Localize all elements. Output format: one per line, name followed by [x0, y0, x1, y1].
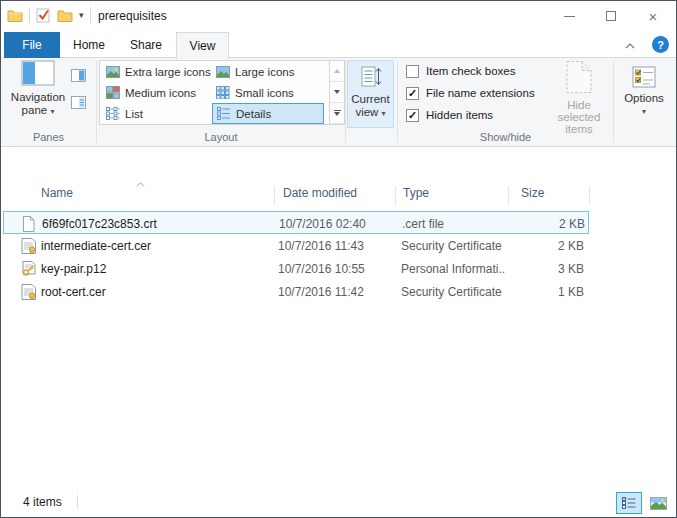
quick-access-toolbar: ▾ — [7, 7, 91, 23]
explorer-folder-icon — [7, 9, 23, 22]
layout-item-label: Details — [236, 108, 271, 120]
column-divider[interactable] — [395, 186, 396, 205]
checkbox-label: Item check boxes — [426, 65, 515, 77]
close-button[interactable]: × — [632, 1, 674, 31]
extra-large-icons-icon — [106, 66, 120, 78]
column-divider[interactable] — [274, 186, 275, 205]
layout-details[interactable]: Details — [212, 103, 324, 124]
tab-share[interactable]: Share — [119, 32, 173, 58]
thumbnails-view-icon — [650, 497, 667, 510]
checkbox-checked-icon: ✓ — [406, 87, 419, 100]
file-date: 10/7/2016 02:40 — [279, 212, 394, 235]
title-bar: ▾ prerequisites × — [1, 1, 676, 32]
layout-list[interactable]: List — [102, 103, 143, 124]
collapse-ribbon-button[interactable] — [621, 37, 639, 55]
address-bar: ← → ↑ › connect ssl › prerequisites ▾ ↻ … — [1, 147, 676, 182]
hide-selected-items-icon — [565, 60, 593, 94]
chevron-down-icon: ▾ — [642, 107, 646, 116]
thumbnails-view-toggle[interactable] — [645, 492, 671, 514]
column-header-size[interactable]: Size — [521, 186, 544, 200]
large-icons-icon — [216, 66, 230, 78]
checkbox-unchecked-icon — [406, 65, 419, 78]
current-view-button[interactable]: Current view ▾ — [347, 60, 394, 128]
divider — [29, 7, 30, 23]
layout-large-icons[interactable]: Large icons — [212, 61, 294, 82]
tab-file[interactable]: File — [4, 32, 60, 58]
layout-item-label: Extra large icons — [125, 66, 211, 78]
help-icon: ? — [657, 39, 664, 51]
file-size: 2 KB — [499, 212, 585, 235]
file-row-root-cert[interactable]: root-cert.cer 10/7/2016 11:42 Security C… — [3, 280, 589, 303]
ribbon-view-tab-content: Navigation pane ▾ Panes Extra large icon… — [1, 58, 676, 147]
navigation-pane-button[interactable]: Navigation pane ▾ — [7, 60, 69, 142]
file-row-crt[interactable]: 6f69fc017c23c853.crt 10/7/2016 02:40 .ce… — [3, 211, 589, 234]
column-header-name[interactable]: Name — [41, 186, 73, 200]
divider — [90, 7, 91, 23]
gallery-scroll-down-button[interactable] — [330, 82, 344, 103]
window-title: prerequisites — [98, 9, 167, 23]
hide-selected-items-button-disabled[interactable]: Hide selected items — [547, 60, 611, 142]
layout-small-icons[interactable]: Small icons — [212, 82, 294, 103]
details-view-toggle-active[interactable] — [616, 492, 642, 514]
triangle-down-icon — [334, 90, 340, 94]
file-row-key-pair[interactable]: key-pair.p12 10/7/2016 10:55 Personal In… — [3, 257, 589, 280]
plain-file-icon — [22, 216, 35, 232]
column-divider[interactable] — [508, 186, 509, 205]
column-header-date-modified[interactable]: Date modified — [283, 186, 357, 200]
new-folder-button-icon[interactable] — [57, 9, 73, 22]
group-divider — [613, 61, 614, 143]
file-date: 10/7/2016 10:55 — [278, 257, 393, 280]
maximize-button[interactable] — [590, 1, 632, 31]
chevron-up-icon — [625, 43, 635, 49]
tab-home[interactable]: Home — [63, 32, 115, 58]
column-header-type[interactable]: Type — [403, 186, 429, 200]
file-type: .cert file — [402, 212, 507, 235]
panes-group-label: Panes — [1, 131, 96, 143]
layout-item-label: Medium icons — [125, 87, 196, 99]
file-name: 6f69fc017c23c853.crt — [42, 212, 272, 235]
file-name: root-cert.cer — [41, 280, 271, 303]
certificate-file-icon — [21, 284, 37, 300]
hidden-items-checkbox[interactable]: ✓ Hidden items — [406, 107, 493, 123]
items-count: 4 items — [23, 495, 62, 509]
properties-button-icon[interactable] — [36, 8, 51, 23]
options-icon — [631, 64, 657, 90]
item-check-boxes-checkbox[interactable]: Item check boxes — [406, 63, 515, 79]
details-pane-button[interactable] — [71, 95, 87, 111]
checkbox-label: File name extensions — [426, 87, 535, 99]
layout-group-label: Layout — [97, 131, 345, 143]
gallery-more-button[interactable] — [330, 103, 344, 124]
file-date: 10/7/2016 11:42 — [278, 280, 393, 303]
gallery-scroll-up-button[interactable] — [330, 61, 344, 82]
file-row-intermediate-cert[interactable]: intermediate-cert.cer 10/7/2016 11:43 Se… — [3, 234, 589, 257]
more-options-icon — [334, 110, 341, 116]
layout-medium-icons[interactable]: Medium icons — [102, 82, 196, 103]
sort-ascending-icon — [136, 182, 145, 187]
file-name: intermediate-cert.cer — [41, 234, 271, 257]
status-bar: 4 items — [1, 487, 676, 517]
layout-item-label: List — [125, 108, 143, 120]
options-button[interactable]: Options▾ — [615, 60, 673, 142]
layout-gallery: Extra large icons Medium icons List Larg… — [99, 60, 345, 125]
small-icons-icon — [216, 86, 230, 99]
navigation-pane-label-1: Navigation — [11, 91, 65, 103]
certificate-file-icon — [21, 238, 37, 254]
preview-pane-icon — [71, 68, 86, 83]
preview-pane-button[interactable] — [71, 68, 87, 84]
column-divider[interactable] — [589, 186, 590, 205]
checkbox-checked-icon: ✓ — [406, 109, 419, 122]
file-name-extensions-checkbox[interactable]: ✓ File name extensions — [406, 85, 535, 101]
customize-qat-caret-icon[interactable]: ▾ — [79, 11, 84, 20]
layout-extra-large-icons[interactable]: Extra large icons — [102, 61, 211, 82]
show-hide-group-label: Show/hide — [398, 131, 613, 143]
navigation-pane-icon — [21, 60, 55, 86]
help-button[interactable]: ? — [652, 36, 669, 53]
current-view-icon — [359, 65, 383, 89]
details-view-icon — [622, 497, 637, 509]
chevron-down-icon: ▾ — [382, 109, 386, 118]
tab-view[interactable]: View — [176, 32, 229, 59]
file-size: 3 KB — [498, 257, 584, 280]
minimize-button[interactable] — [548, 1, 590, 31]
gallery-scrollbar — [329, 61, 344, 124]
details-pane-icon — [71, 95, 86, 110]
